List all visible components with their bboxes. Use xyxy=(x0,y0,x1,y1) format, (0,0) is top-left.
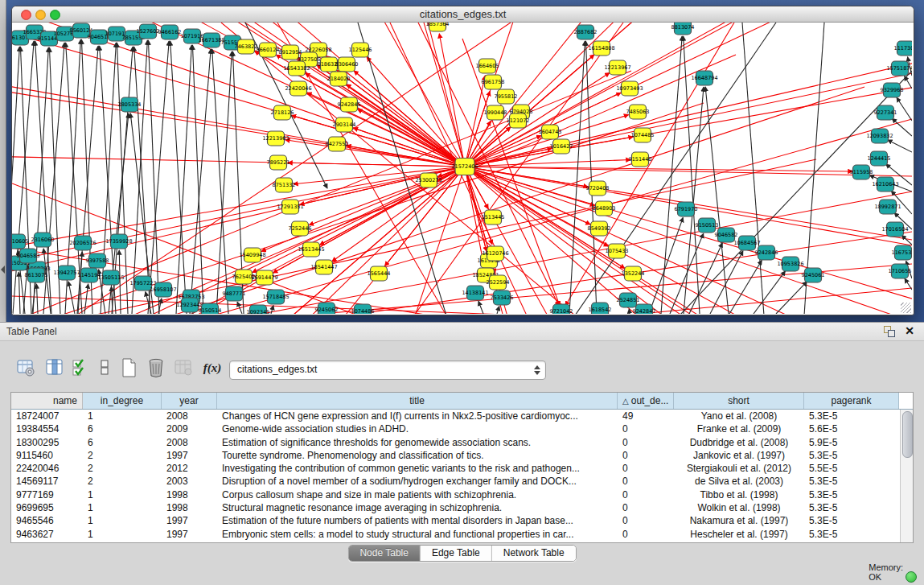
new-table-icon[interactable] xyxy=(117,356,140,379)
cell-pagerank[interactable]: 5.3E-5 xyxy=(804,488,899,501)
column-header-year[interactable]: year xyxy=(162,393,217,409)
cell-short[interactable]: Wolkin et al. (1998) xyxy=(674,501,804,514)
table-row[interactable]: 1456911722003Disruption of a novel membe… xyxy=(11,475,901,488)
cell-title[interactable]: Tourette syndrome. Phenomenology and cla… xyxy=(217,449,618,462)
cell-title[interactable]: Disruption of a novel member of a sodium… xyxy=(217,475,618,488)
cell-name[interactable]: 9463627 xyxy=(11,528,83,541)
cell-year[interactable]: 2008 xyxy=(162,410,217,422)
cell-name[interactable]: 9699695 xyxy=(11,501,83,514)
float-panel-icon[interactable] xyxy=(884,326,895,337)
cell-pagerank[interactable]: 5.3E-5 xyxy=(804,514,899,527)
cell-in_degree[interactable]: 6 xyxy=(83,422,162,435)
column-header-name[interactable]: name xyxy=(11,393,83,409)
cell-title[interactable]: Investigating the contribution of common… xyxy=(217,462,618,475)
cell-out_degree[interactable]: 0 xyxy=(618,422,674,435)
column-header-short[interactable]: short xyxy=(674,393,804,409)
cell-out_degree[interactable]: 0 xyxy=(618,475,674,488)
table-row[interactable]: 946362711997Embryonic stem cells: a mode… xyxy=(11,528,901,541)
cell-in_degree[interactable]: 2 xyxy=(83,449,162,462)
cell-out_degree[interactable]: 0 xyxy=(618,514,674,527)
cell-in_degree[interactable]: 1 xyxy=(83,410,162,422)
cell-year[interactable]: 2003 xyxy=(162,475,217,488)
cell-pagerank[interactable]: 5.3E-5 xyxy=(804,501,899,514)
cell-pagerank[interactable]: 5.3E-5 xyxy=(804,410,899,422)
tab-network-table[interactable]: Network Table xyxy=(492,546,576,561)
cell-name[interactable]: 9465546 xyxy=(11,514,83,527)
import-table-icon[interactable] xyxy=(172,356,195,379)
cell-year[interactable]: 1997 xyxy=(162,514,217,527)
row-height-icon[interactable] xyxy=(93,356,116,379)
cell-title[interactable]: Estimation of the future numbers of pati… xyxy=(217,514,618,527)
column-header-out_degree[interactable]: △out_de... xyxy=(618,393,674,409)
tab-edge-table[interactable]: Edge Table xyxy=(421,546,492,561)
cell-short[interactable]: Stergiakouli et al. (2012) xyxy=(674,462,804,475)
cell-short[interactable]: de Silva et al. (2003) xyxy=(674,475,804,488)
cell-title[interactable]: Embryonic stem cells: a model to study s… xyxy=(217,528,618,541)
vertical-scrollbar[interactable] xyxy=(900,410,913,542)
cell-name[interactable]: 18300295 xyxy=(11,436,83,449)
cell-pagerank[interactable]: 5.5E-5 xyxy=(804,462,899,475)
cell-short[interactable]: Hescheler et al. (1997) xyxy=(674,528,804,541)
function-builder-icon[interactable]: f(x) xyxy=(201,356,224,379)
cell-year[interactable]: 1998 xyxy=(162,488,217,501)
column-header-pagerank[interactable]: pagerank xyxy=(804,393,899,409)
table-row[interactable]: 911546021997Tourette syndrome. Phenomeno… xyxy=(11,449,901,462)
cell-in_degree[interactable]: 6 xyxy=(83,436,162,449)
table-settings-icon[interactable] xyxy=(14,356,37,379)
cell-name[interactable]: 18724007 xyxy=(11,410,83,422)
cell-year[interactable]: 2009 xyxy=(162,422,217,435)
cell-short[interactable]: Yano et al. (2008) xyxy=(674,410,804,422)
network-window[interactable]: citations_edges.txt 21572406861307416653… xyxy=(11,6,914,315)
table-row[interactable]: 1938455462009Genome-wide association stu… xyxy=(11,422,901,435)
cell-title[interactable]: Corpus callosum shape and size in male p… xyxy=(217,488,618,501)
select-rows-icon[interactable] xyxy=(69,356,92,379)
cell-short[interactable]: Tibbo et al. (1998) xyxy=(674,488,804,501)
cell-out_degree[interactable]: 0 xyxy=(618,528,674,541)
cell-name[interactable]: 19384554 xyxy=(11,422,83,435)
cell-short[interactable]: Nakamura et al. (1997) xyxy=(674,514,804,527)
table-row[interactable]: 1872400712008Changes of HCN gene express… xyxy=(11,410,901,422)
cell-pagerank[interactable]: 5.9E-5 xyxy=(804,436,899,449)
tab-node-table[interactable]: Node Table xyxy=(348,546,421,561)
cell-short[interactable]: Dudbridge et al. (2008) xyxy=(674,436,804,449)
cell-in_degree[interactable]: 1 xyxy=(83,514,162,527)
cell-title[interactable]: Structural magnetic resonance image aver… xyxy=(217,501,618,514)
column-header-title[interactable]: title xyxy=(217,393,618,409)
table-row[interactable]: 946554611997Estimation of the future num… xyxy=(11,514,901,527)
cell-in_degree[interactable]: 2 xyxy=(83,462,162,475)
cell-year[interactable]: 2008 xyxy=(162,436,217,449)
cell-name[interactable]: 22420046 xyxy=(11,462,83,475)
table-row[interactable]: 977716911998Corpus callosum shape and si… xyxy=(11,488,901,501)
table-selector-dropdown[interactable]: citations_edges.txt xyxy=(229,360,546,380)
cell-pagerank[interactable]: 5.3E-5 xyxy=(804,449,899,462)
cell-name[interactable]: 9777169 xyxy=(11,488,83,501)
cell-name[interactable]: 14569117 xyxy=(11,475,83,488)
cell-pagerank[interactable]: 5.6E-5 xyxy=(804,422,899,435)
cell-title[interactable]: Changes of HCN gene expression and I(f) … xyxy=(217,410,618,422)
scrollbar-thumb[interactable] xyxy=(902,411,913,458)
cell-out_degree[interactable]: 0 xyxy=(618,462,674,475)
window-titlebar[interactable]: citations_edges.txt xyxy=(12,6,914,23)
cell-out_degree[interactable]: 49 xyxy=(618,410,674,422)
cell-in_degree[interactable]: 2 xyxy=(83,475,162,488)
cell-name[interactable]: 9115460 xyxy=(11,449,83,462)
cell-year[interactable]: 1997 xyxy=(162,528,217,541)
delete-table-icon[interactable] xyxy=(145,356,167,379)
panel-collapse-handle[interactable] xyxy=(1,266,5,274)
cell-in_degree[interactable]: 1 xyxy=(83,488,162,501)
cell-title[interactable]: Genome-wide association studies in ADHD. xyxy=(217,422,618,435)
cell-short[interactable]: Franke et al. (2009) xyxy=(674,422,804,435)
cell-title[interactable]: Estimation of significance thresholds fo… xyxy=(217,436,618,449)
column-select-icon[interactable] xyxy=(43,356,66,379)
window-resize-grip[interactable] xyxy=(901,303,911,313)
cell-out_degree[interactable]: 0 xyxy=(618,449,674,462)
table-row[interactable]: 969969511998Structural magnetic resonanc… xyxy=(11,501,901,514)
column-header-in_degree[interactable]: in_degree xyxy=(83,393,162,409)
network-canvas[interactable]: 2157240686130741665328915144210527608560… xyxy=(12,23,912,314)
close-panel-icon[interactable]: ✕ xyxy=(905,324,914,337)
cell-out_degree[interactable]: 0 xyxy=(618,501,674,514)
cell-short[interactable]: Jankovic et al. (1997) xyxy=(674,449,804,462)
table-row[interactable]: 2242004622012Investigating the contribut… xyxy=(11,462,901,475)
cell-in_degree[interactable]: 1 xyxy=(83,528,162,541)
citation-network-graph[interactable]: 2157240686130741665328915144210527608560… xyxy=(12,23,912,314)
